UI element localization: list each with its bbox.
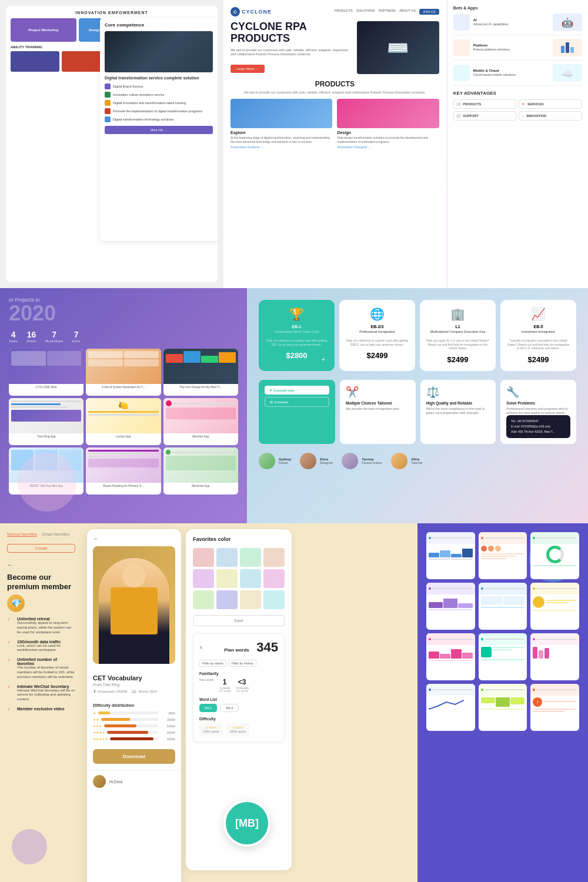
mockup-8[interactable]: Brawn Reading for Primary S...	[86, 447, 161, 495]
create-btn[interactable]: Create	[7, 544, 75, 553]
dash-thumb-6[interactable]	[530, 583, 579, 630]
color-cell-8[interactable]	[263, 569, 285, 588]
quality-icon: ⚖️	[426, 386, 490, 399]
wl1-btn[interactable]: WL1	[199, 704, 217, 712]
color-cell-10[interactable]	[216, 590, 238, 609]
team-alice: Alice Teacher	[391, 453, 423, 469]
dash-dot-5	[481, 587, 483, 590]
diff-3stars: 3 stars 100% words	[199, 723, 223, 736]
schedule-btn[interactable]: ⊞ Schedule	[265, 397, 329, 407]
check-icon-3: ✓	[7, 657, 14, 664]
download-btn[interactable]: Download	[93, 749, 175, 764]
dora-avatar	[300, 453, 316, 469]
mockup-6[interactable]: Member App	[163, 398, 238, 445]
dash-thumb-4[interactable]	[426, 583, 475, 630]
back-arrow[interactable]: ←	[7, 562, 75, 568]
plan-words-filters: Filter by status Filter by history	[199, 660, 278, 667]
diff-row-2: ★★ 390W	[93, 717, 175, 721]
wl2-btn[interactable]: WL2	[220, 704, 238, 712]
cet-header: ←	[87, 529, 181, 674]
filter-history[interactable]: Filter by history	[229, 660, 256, 667]
difficulty-section: Difficulty distribution ★ 88W ★★ 390W ★★…	[87, 703, 181, 749]
imm-card-eb23[interactable]: 🌐 EB-2/3 Professional Immigration Help y…	[339, 300, 415, 371]
cyclone-logo-icon: C	[230, 7, 240, 16]
platform-preview	[553, 39, 582, 56]
consult-card: ✦ Consult now ⊞ Schedule	[259, 380, 335, 444]
favorites-color-grid	[193, 548, 285, 609]
color-cell-9[interactable]	[193, 590, 214, 609]
diff-bar-wrap-4	[107, 731, 158, 734]
consult-btn[interactable]: ✦ Consult now	[265, 386, 329, 395]
dash-thumb-5[interactable]	[479, 583, 527, 630]
dash-thumb-2[interactable]	[479, 532, 527, 579]
diff-bar-4	[107, 731, 148, 734]
eb1-icon: 🏆	[265, 307, 329, 321]
plan-words-card: × Plan words 345 Filter by status Filter…	[193, 633, 285, 742]
cyclone-sidebar: Bots & Apps AIAdvanced AI capabilities 🤖…	[447, 0, 588, 288]
eb1-select-btn[interactable]: +	[318, 355, 329, 365]
stat-years: 4 Years	[9, 330, 18, 343]
eb23-icon: 🌐	[345, 307, 409, 321]
dash-dot-6	[533, 587, 535, 590]
tab-manual[interactable]: Manual favorites	[7, 532, 37, 537]
dash-thumb-8[interactable]	[479, 633, 527, 680]
imm-card-eb1[interactable]: 🏆 EB-1 Outstanding Talent Green Card Hel…	[259, 300, 335, 371]
imm-card-l1[interactable]: 🏢 L1 Multinational Company Executive Vis…	[420, 300, 496, 371]
mockup-1[interactable]: CYCLONE Web	[9, 349, 83, 396]
color-cell-7[interactable]	[240, 569, 261, 588]
solve-icon: 🔧	[506, 386, 570, 399]
filter-status[interactable]: Filter by status	[199, 660, 226, 667]
cet-downloads: ⬇ Downloads 2639W	[93, 689, 127, 694]
immigration-bottom: ✦ Consult now ⊞ Schedule ✂️ Multiple Cho…	[259, 380, 576, 444]
color-cell-11[interactable]	[240, 590, 261, 609]
dash-header-2	[479, 532, 527, 544]
feature-solve: 🔧 Solve Problems Professional services a…	[500, 380, 576, 444]
cyclone-section: C CYCLONE PRODUCTS SOLUTIONS PARTNERS AB…	[223, 0, 588, 288]
more-btn[interactable]: More Info →	[105, 126, 213, 134]
key-advantages-grid: ⬜ PRODUCTS ✕ SERVICES ⬜ SUPPORT ○ INNOVA…	[453, 99, 582, 121]
stat-icons: 7 Icons	[72, 330, 80, 343]
diff-4stars: 4 stars 100% words	[226, 723, 250, 736]
imm-card-eb5[interactable]: 📈 EB-5 Investment Immigration Typically …	[500, 300, 576, 371]
color-cell-3[interactable]	[240, 548, 261, 567]
check-icon-2: ✓	[7, 640, 14, 647]
fam-1round: 1 1 round 137 words	[219, 678, 231, 693]
color-cell-6[interactable]	[216, 569, 238, 588]
mockup-2[interactable]: A Set of Screen Illustration for T...	[86, 349, 161, 396]
dash-thumb-7[interactable]	[426, 633, 475, 680]
color-cell-4[interactable]	[263, 548, 285, 567]
platform-icon	[453, 39, 470, 56]
dash-thumb-9[interactable]	[530, 633, 579, 680]
color-cell-12[interactable]	[263, 590, 285, 609]
cet-from: From Tree Ring	[93, 683, 175, 687]
dash-thumb-1[interactable]	[426, 532, 475, 579]
service-item-5: Digital transformation technology soluti…	[105, 116, 213, 122]
premium-title: Become our premium member	[7, 573, 75, 591]
color-cell-1[interactable]	[193, 548, 214, 567]
cloud-icon	[453, 65, 470, 81]
tab-smart[interactable]: Smart favorites	[42, 532, 69, 537]
mockup-5[interactable]: 🍋 Lemon App	[86, 398, 161, 445]
diff-bar-1	[98, 711, 110, 714]
color-cell-2[interactable]	[216, 548, 238, 567]
mockup-4[interactable]: Tree Ring App	[9, 398, 83, 445]
mockup-3[interactable]: The Icon Design for My Best Ti...	[163, 349, 238, 396]
dash-header-8	[479, 633, 527, 645]
dash-header-11	[479, 684, 527, 696]
mockups-section: or Projects in 2020 4 Years 16 Works 7 I…	[0, 288, 247, 523]
mockup-9[interactable]: Montclair App	[163, 447, 238, 495]
color-cell-5[interactable]	[193, 569, 214, 588]
dash-thumb-12[interactable]: !	[530, 684, 579, 731]
dash-dot-8	[481, 638, 483, 640]
save-btn[interactable]: Save	[193, 615, 285, 626]
competence-title: Core competence	[105, 22, 213, 28]
dash-thumb-3[interactable]	[530, 532, 579, 579]
cyclone-cta-btn[interactable]: Learn More →	[230, 65, 265, 73]
dash-thumb-10[interactable]	[426, 684, 475, 731]
service-item-1: Digital Brand Service	[105, 83, 213, 89]
plan-words-close[interactable]: ×	[199, 644, 203, 651]
cet-back-btn[interactable]: ←	[93, 535, 175, 542]
cet-words: 📖 Words 3637	[132, 689, 157, 694]
team-dora: Dora Designer	[300, 453, 333, 469]
dash-thumb-11[interactable]	[479, 684, 527, 731]
